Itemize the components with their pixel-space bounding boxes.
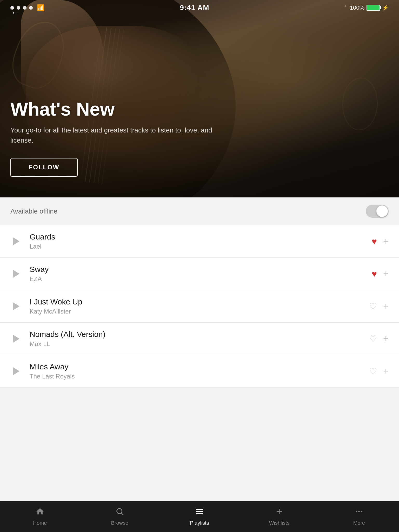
main-content: Available offline Guards Lael ♥ + S [0, 197, 399, 501]
track-artist-1: EZA [30, 275, 372, 283]
track-artist-3: Max LL [30, 340, 369, 348]
svg-point-0 [117, 509, 122, 514]
play-button-3[interactable] [10, 333, 22, 344]
track-artist-2: Katy McAllister [30, 308, 369, 315]
svg-point-9 [361, 511, 362, 512]
play-icon-2 [13, 302, 19, 310]
nav-item-browse[interactable]: Browse [80, 507, 159, 526]
svg-point-8 [358, 511, 360, 512]
offline-label: Available offline [10, 207, 57, 215]
track-row-0: Guards Lael ♥ + [0, 225, 399, 258]
nav-item-more[interactable]: More [319, 507, 399, 526]
nav-label-more: More [353, 520, 365, 526]
nav-item-home[interactable]: Home [0, 507, 80, 526]
status-right: ʿ︎ 100% ⚡ [344, 4, 389, 11]
svg-point-7 [356, 511, 357, 512]
battery-container: 100% ⚡ [350, 4, 389, 11]
browse-icon [115, 507, 124, 518]
svg-rect-3 [196, 511, 203, 512]
nav-label-wishlists: Wishlists [269, 520, 290, 526]
charging-icon: ⚡ [382, 5, 389, 11]
track-info-3: Nomads (Alt. Version) Max LL [30, 330, 369, 348]
track-title-1: Sway [30, 265, 372, 274]
track-title-4: Miles Away [30, 362, 369, 371]
like-button-4[interactable]: ♡ [369, 366, 377, 376]
play-button-2[interactable] [10, 301, 22, 312]
like-button-0[interactable]: ♥ [372, 236, 377, 247]
track-list: Guards Lael ♥ + Sway EZA ♥ + [0, 225, 399, 388]
offline-row: Available offline [0, 197, 399, 225]
nav-label-playlists: Playlists [190, 520, 209, 526]
add-button-0[interactable]: + [383, 236, 389, 247]
svg-line-1 [121, 513, 123, 515]
add-button-1[interactable]: + [383, 268, 389, 279]
more-icon [355, 507, 363, 518]
track-row-2: I Just Woke Up Katy McAllister ♡ + [0, 290, 399, 323]
hero-section: ← What's New Your go-to for all the late… [0, 0, 399, 197]
hero-title: What's New [10, 99, 389, 119]
like-button-1[interactable]: ♥ [372, 269, 377, 279]
play-icon-0 [13, 237, 19, 245]
follow-button[interactable]: FOLLOW [10, 158, 78, 177]
track-info-0: Guards Lael [30, 232, 372, 250]
play-icon-4 [13, 367, 19, 375]
home-icon [36, 507, 44, 518]
track-row-1: Sway EZA ♥ + [0, 258, 399, 290]
track-info-2: I Just Woke Up Katy McAllister [30, 297, 369, 315]
track-actions-4: ♡ + [369, 366, 389, 377]
track-artist-4: The Last Royals [30, 373, 369, 380]
track-row-3: Nomads (Alt. Version) Max LL ♡ + [0, 323, 399, 355]
track-actions-2: ♡ + [369, 301, 389, 312]
play-icon-1 [13, 270, 19, 278]
play-icon-3 [13, 335, 19, 343]
track-row-4: Miles Away The Last Royals ♡ + [0, 355, 399, 388]
nav-item-wishlists[interactable]: Wishlists [240, 507, 319, 526]
add-button-2[interactable]: + [383, 301, 389, 312]
track-actions-1: ♥ + [372, 268, 389, 279]
nav-item-playlists[interactable]: Playlists [159, 507, 239, 526]
track-actions-0: ♥ + [372, 236, 389, 247]
track-title-0: Guards [30, 232, 372, 241]
wifi-icon: 📶 [37, 4, 45, 11]
hero-subtitle: Your go-to for all the latest and greate… [10, 125, 223, 145]
signal-dot-3 [23, 6, 26, 10]
add-button-3[interactable]: + [383, 333, 389, 344]
track-info-4: Miles Away The Last Royals [30, 362, 369, 380]
offline-toggle[interactable] [366, 205, 389, 218]
like-button-2[interactable]: ♡ [369, 301, 377, 311]
bluetooth-icon: ʿ︎ [344, 4, 346, 11]
hero-content: What's New Your go-to for all the latest… [10, 99, 389, 177]
nav-label-home: Home [33, 520, 47, 526]
battery-icon [367, 5, 380, 11]
track-title-2: I Just Woke Up [30, 297, 369, 306]
status-bar: 📶 9:41 AM ʿ︎ 100% ⚡ [0, 0, 399, 16]
track-artist-0: Lael [30, 243, 372, 250]
play-button-1[interactable] [10, 268, 22, 280]
track-info-1: Sway EZA [30, 265, 372, 283]
bottom-nav: Home Browse Playlists Wishlists More [0, 501, 399, 532]
status-time: 9:41 AM [180, 4, 209, 12]
add-button-4[interactable]: + [383, 366, 389, 377]
wishlists-icon [275, 507, 284, 518]
svg-rect-2 [196, 509, 203, 510]
play-button-4[interactable] [10, 365, 22, 377]
back-button[interactable]: ← [8, 5, 23, 20]
track-title-3: Nomads (Alt. Version) [30, 330, 369, 339]
toggle-knob [376, 205, 388, 217]
nav-label-browse: Browse [111, 520, 128, 526]
battery-percentage: 100% [350, 4, 364, 11]
svg-rect-4 [196, 513, 203, 514]
like-button-3[interactable]: ♡ [369, 334, 377, 344]
signal-dot-4 [29, 6, 33, 10]
playlists-icon [195, 507, 204, 518]
back-arrow-icon: ← [11, 8, 20, 17]
track-actions-3: ♡ + [369, 333, 389, 344]
play-button-0[interactable] [10, 236, 22, 247]
